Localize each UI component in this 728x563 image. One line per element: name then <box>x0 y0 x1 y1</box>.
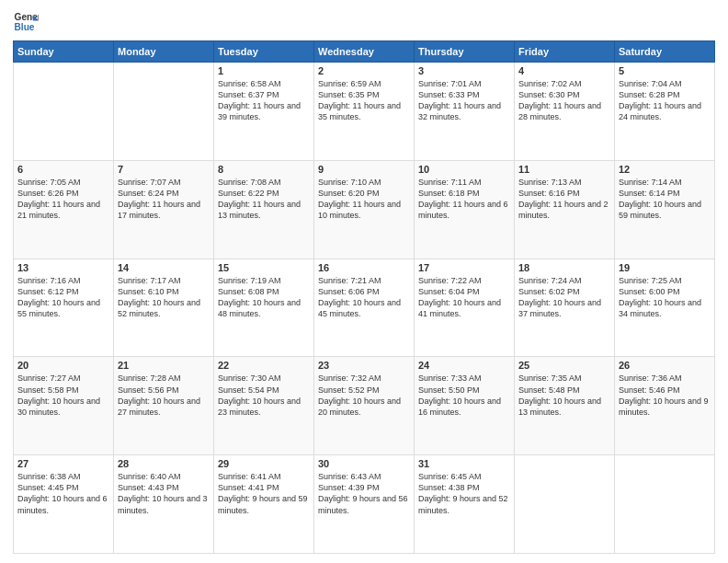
cell-info: Sunrise: 6:38 AM Sunset: 4:45 PM Dayligh… <box>17 471 109 516</box>
day-number: 11 <box>518 164 610 175</box>
cell-info: Sunrise: 7:25 AM Sunset: 6:00 PM Dayligh… <box>619 275 711 320</box>
calendar-cell <box>615 455 715 554</box>
calendar-cell: 1Sunrise: 6:58 AM Sunset: 6:37 PM Daylig… <box>214 63 314 161</box>
weekday-friday: Friday <box>515 41 615 63</box>
day-number: 26 <box>619 360 711 371</box>
weekday-header-row: SundayMondayTuesdayWednesdayThursdayFrid… <box>14 41 715 63</box>
day-number: 9 <box>318 164 410 175</box>
day-number: 12 <box>619 164 711 175</box>
day-number: 16 <box>318 262 410 273</box>
day-number: 21 <box>118 360 210 371</box>
day-number: 13 <box>17 262 109 273</box>
cell-info: Sunrise: 6:43 AM Sunset: 4:39 PM Dayligh… <box>318 471 410 516</box>
day-number: 20 <box>17 360 109 371</box>
cell-info: Sunrise: 7:19 AM Sunset: 6:08 PM Dayligh… <box>218 275 310 320</box>
cell-info: Sunrise: 7:17 AM Sunset: 6:10 PM Dayligh… <box>118 275 210 320</box>
calendar-cell: 20Sunrise: 7:27 AM Sunset: 5:58 PM Dayli… <box>14 357 114 455</box>
calendar-cell: 2Sunrise: 6:59 AM Sunset: 6:35 PM Daylig… <box>314 63 415 161</box>
day-number: 24 <box>418 360 510 371</box>
cell-info: Sunrise: 7:33 AM Sunset: 5:50 PM Dayligh… <box>418 373 510 418</box>
calendar-cell: 17Sunrise: 7:22 AM Sunset: 6:04 PM Dayli… <box>415 259 515 357</box>
calendar-cell: 23Sunrise: 7:32 AM Sunset: 5:52 PM Dayli… <box>314 357 415 455</box>
page: General Blue SundayMondayTuesdayWednesda… <box>0 0 728 563</box>
cell-info: Sunrise: 7:28 AM Sunset: 5:56 PM Dayligh… <box>118 373 210 418</box>
cell-info: Sunrise: 6:58 AM Sunset: 6:37 PM Dayligh… <box>218 78 310 123</box>
day-number: 27 <box>17 458 109 469</box>
weekday-thursday: Thursday <box>415 41 515 63</box>
day-number: 28 <box>118 458 210 469</box>
calendar-cell: 8Sunrise: 7:08 AM Sunset: 6:22 PM Daylig… <box>214 160 314 259</box>
weekday-monday: Monday <box>114 41 214 63</box>
cell-info: Sunrise: 7:05 AM Sunset: 6:26 PM Dayligh… <box>17 177 109 222</box>
weekday-wednesday: Wednesday <box>314 41 415 63</box>
cell-info: Sunrise: 7:27 AM Sunset: 5:58 PM Dayligh… <box>17 373 109 418</box>
calendar-cell: 22Sunrise: 7:30 AM Sunset: 5:54 PM Dayli… <box>214 357 314 455</box>
calendar-cell <box>114 63 214 161</box>
day-number: 3 <box>418 65 510 76</box>
day-number: 25 <box>518 360 610 371</box>
svg-text:Blue: Blue <box>15 22 35 32</box>
day-number: 7 <box>118 164 210 175</box>
day-number: 8 <box>218 164 310 175</box>
calendar-cell: 19Sunrise: 7:25 AM Sunset: 6:00 PM Dayli… <box>615 259 715 357</box>
cell-info: Sunrise: 7:07 AM Sunset: 6:24 PM Dayligh… <box>118 177 210 222</box>
day-number: 23 <box>318 360 410 371</box>
weekday-tuesday: Tuesday <box>214 41 314 63</box>
calendar-cell: 27Sunrise: 6:38 AM Sunset: 4:45 PM Dayli… <box>14 455 114 554</box>
calendar-cell <box>515 455 615 554</box>
day-number: 1 <box>218 65 310 76</box>
day-number: 29 <box>218 458 310 469</box>
day-number: 2 <box>318 65 410 76</box>
cell-info: Sunrise: 7:04 AM Sunset: 6:28 PM Dayligh… <box>619 78 711 123</box>
header: General Blue <box>13 9 715 35</box>
cell-info: Sunrise: 7:08 AM Sunset: 6:22 PM Dayligh… <box>218 177 310 222</box>
cell-info: Sunrise: 7:01 AM Sunset: 6:33 PM Dayligh… <box>418 78 510 123</box>
day-number: 5 <box>619 65 711 76</box>
calendar-cell: 7Sunrise: 7:07 AM Sunset: 6:24 PM Daylig… <box>114 160 214 259</box>
day-number: 4 <box>518 65 610 76</box>
weekday-sunday: Sunday <box>14 41 114 63</box>
calendar-cell: 12Sunrise: 7:14 AM Sunset: 6:14 PM Dayli… <box>615 160 715 259</box>
cell-info: Sunrise: 7:35 AM Sunset: 5:48 PM Dayligh… <box>518 373 610 418</box>
cell-info: Sunrise: 7:21 AM Sunset: 6:06 PM Dayligh… <box>318 275 410 320</box>
cell-info: Sunrise: 7:32 AM Sunset: 5:52 PM Dayligh… <box>318 373 410 418</box>
cell-info: Sunrise: 6:59 AM Sunset: 6:35 PM Dayligh… <box>318 78 410 123</box>
day-number: 31 <box>418 458 510 469</box>
calendar-cell: 4Sunrise: 7:02 AM Sunset: 6:30 PM Daylig… <box>515 63 615 161</box>
calendar-cell: 3Sunrise: 7:01 AM Sunset: 6:33 PM Daylig… <box>415 63 515 161</box>
cell-info: Sunrise: 7:14 AM Sunset: 6:14 PM Dayligh… <box>619 177 711 222</box>
calendar-cell: 13Sunrise: 7:16 AM Sunset: 6:12 PM Dayli… <box>14 259 114 357</box>
calendar-cell: 21Sunrise: 7:28 AM Sunset: 5:56 PM Dayli… <box>114 357 214 455</box>
day-number: 6 <box>17 164 109 175</box>
cell-info: Sunrise: 7:13 AM Sunset: 6:16 PM Dayligh… <box>518 177 610 222</box>
calendar-cell: 31Sunrise: 6:45 AM Sunset: 4:38 PM Dayli… <box>415 455 515 554</box>
week-row-5: 27Sunrise: 6:38 AM Sunset: 4:45 PM Dayli… <box>14 455 715 554</box>
day-number: 10 <box>418 164 510 175</box>
cell-info: Sunrise: 7:11 AM Sunset: 6:18 PM Dayligh… <box>418 177 510 222</box>
calendar-cell: 28Sunrise: 6:40 AM Sunset: 4:43 PM Dayli… <box>114 455 214 554</box>
cell-info: Sunrise: 7:22 AM Sunset: 6:04 PM Dayligh… <box>418 275 510 320</box>
day-number: 22 <box>218 360 310 371</box>
calendar-cell: 16Sunrise: 7:21 AM Sunset: 6:06 PM Dayli… <box>314 259 415 357</box>
calendar-cell: 14Sunrise: 7:17 AM Sunset: 6:10 PM Dayli… <box>114 259 214 357</box>
day-number: 18 <box>518 262 610 273</box>
calendar-cell: 24Sunrise: 7:33 AM Sunset: 5:50 PM Dayli… <box>415 357 515 455</box>
cell-info: Sunrise: 7:30 AM Sunset: 5:54 PM Dayligh… <box>218 373 310 418</box>
calendar-cell: 6Sunrise: 7:05 AM Sunset: 6:26 PM Daylig… <box>14 160 114 259</box>
logo-icon: General Blue <box>13 9 39 35</box>
calendar-cell: 30Sunrise: 6:43 AM Sunset: 4:39 PM Dayli… <box>314 455 415 554</box>
week-row-2: 6Sunrise: 7:05 AM Sunset: 6:26 PM Daylig… <box>14 160 715 259</box>
cell-info: Sunrise: 7:16 AM Sunset: 6:12 PM Dayligh… <box>17 275 109 320</box>
calendar-cell: 15Sunrise: 7:19 AM Sunset: 6:08 PM Dayli… <box>214 259 314 357</box>
day-number: 17 <box>418 262 510 273</box>
calendar-cell <box>14 63 114 161</box>
logo: General Blue <box>13 9 42 35</box>
calendar-cell: 18Sunrise: 7:24 AM Sunset: 6:02 PM Dayli… <box>515 259 615 357</box>
calendar-cell: 10Sunrise: 7:11 AM Sunset: 6:18 PM Dayli… <box>415 160 515 259</box>
cell-info: Sunrise: 7:10 AM Sunset: 6:20 PM Dayligh… <box>318 177 410 222</box>
cell-info: Sunrise: 7:36 AM Sunset: 5:46 PM Dayligh… <box>619 373 711 418</box>
cell-info: Sunrise: 6:40 AM Sunset: 4:43 PM Dayligh… <box>118 471 210 516</box>
week-row-3: 13Sunrise: 7:16 AM Sunset: 6:12 PM Dayli… <box>14 259 715 357</box>
cell-info: Sunrise: 6:45 AM Sunset: 4:38 PM Dayligh… <box>418 471 510 516</box>
weekday-saturday: Saturday <box>615 41 715 63</box>
